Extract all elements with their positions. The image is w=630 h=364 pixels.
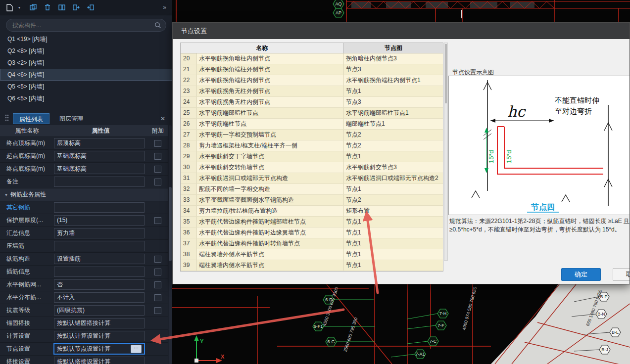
toolbar-separator — [24, 3, 24, 11]
header-name: 名称 — [181, 43, 344, 53]
component-list-item[interactable]: Q3 <2> [内墙] — [0, 57, 172, 69]
node-table: 名称 节点图 20水平钢筋拐角暗柱内侧节点拐角暗柱内侧节点3 21水平钢筋拐角端… — [180, 43, 443, 272]
component-list-item[interactable]: Q5 <5> [内墙] — [0, 81, 172, 92]
node-table-row[interactable]: 20水平钢筋拐角暗柱内侧节点拐角暗柱内侧节点3 — [181, 53, 443, 64]
node-table-row[interactable]: 34剪力墙拉筋/拉结植筋布置构造矩形布置 — [181, 206, 443, 217]
other-rebar-link[interactable]: 其它钢筋 — [0, 203, 54, 212]
property-row-node-settings: 节点设置按默认节点设置计算··· — [0, 343, 168, 356]
copy-to-floor-icon[interactable] — [71, 2, 82, 12]
caret-down-icon: ▾ — [5, 192, 7, 197]
copy-layer-icon[interactable] — [56, 2, 67, 12]
paste-to-floor-icon[interactable] — [85, 2, 96, 12]
node-table-header: 名称 节点图 — [181, 43, 443, 53]
checkbox[interactable] — [154, 256, 161, 263]
header-property-extra: 附加 — [147, 127, 168, 135]
left-panel: ▾ » Q1 <19> [内墙] Q2 <8> [内墙] Q3 <2> [内墙]… — [0, 0, 172, 364]
node-table-row[interactable]: 33水平变截面墙变截面侧水平钢筋构造节点2 — [181, 195, 443, 206]
property-value-input[interactable]: 剪力墙 — [54, 228, 145, 238]
cancel-button[interactable]: 取消 — [613, 268, 630, 281]
property-row: 插筋信息 — [0, 266, 168, 278]
property-row: 纵筋构造设置插筋 — [0, 253, 168, 266]
ok-button[interactable]: 确定 — [561, 268, 601, 281]
node-table-row[interactable]: 21水平钢筋拐角端柱外侧节点节点3 — [181, 64, 443, 75]
delete-icon[interactable] — [42, 2, 53, 12]
node-table-row[interactable]: 36水平筋代替边缘构件箍筋时边缘翼墙节点节点1 — [181, 228, 443, 238]
property-value-input[interactable] — [54, 241, 145, 251]
svg-text:6-F1: 6-F1 — [314, 324, 323, 329]
property-value-input[interactable] — [54, 177, 145, 187]
property-row: 计算设置按默认计算设置计算 — [0, 330, 168, 343]
node-table-row[interactable]: 31水平钢筋遇洞口或端部无节点构造水平钢筋遇洞口或端部无节点构造2 — [181, 173, 443, 184]
node-table-row[interactable]: 27水平钢筋一字相交预制墙节点节点2 — [181, 130, 443, 140]
property-value-input[interactable]: 基础底标高 — [54, 164, 145, 174]
property-row: 终点底标高(m)基础底标高 — [0, 163, 168, 176]
checkbox[interactable] — [154, 281, 161, 288]
search-input[interactable] — [6, 19, 166, 32]
node-table-row[interactable]: 25水平钢筋端部暗柱节点水平钢筋端部暗柱节点1 — [181, 108, 443, 119]
node-table-row[interactable]: 38端柱翼墙外侧水平筋节点节点1 — [181, 249, 443, 260]
property-value-input[interactable] — [54, 267, 145, 277]
checkbox[interactable] — [154, 307, 161, 314]
checkbox[interactable] — [154, 140, 161, 147]
checkbox[interactable] — [154, 269, 161, 275]
property-row: 汇总信息剪力墙 — [0, 227, 168, 240]
table-scrollbar[interactable] — [444, 43, 448, 261]
copy-icon[interactable] — [28, 2, 39, 12]
toolbar-more-button[interactable]: » — [163, 4, 168, 11]
node-table-row[interactable]: 24水平钢筋拐角无柱内侧节点节点3 — [181, 97, 443, 108]
property-row: 备注 — [0, 176, 168, 188]
component-list-item[interactable]: Q6 <5> [内墙] — [0, 92, 172, 104]
node-table-row[interactable]: 28剪力墙遇框架柱/框支柱/端柱平齐一侧节点2 — [181, 140, 443, 151]
property-row: 抗震等级(四级抗震) — [0, 304, 168, 317]
node-table-row[interactable]: 30水平钢筋斜交转角墙节点水平钢筋斜交节点3 — [181, 162, 443, 173]
close-icon[interactable]: ✕ — [160, 115, 167, 122]
property-value-input[interactable]: 设置插筋 — [54, 254, 145, 264]
property-row: 锚固搭接按默认锚固搭接计算 — [0, 317, 168, 330]
checkbox[interactable] — [154, 217, 161, 224]
scrollbar-thumb[interactable] — [445, 44, 447, 103]
property-row: 压墙筋 — [0, 240, 168, 253]
property-scrollbar[interactable] — [169, 125, 172, 364]
property-value-input[interactable]: 按默认锚固搭接计算 — [54, 318, 145, 328]
checkbox[interactable] — [154, 294, 161, 301]
node-table-row[interactable]: 29水平钢筋斜交丁字墙节点节点1 — [181, 151, 443, 162]
node-diagram: hc 不能直锚时伸 至对边弯折 15*d 15*d 节点四 — [449, 76, 630, 215]
property-value-input[interactable] — [54, 202, 145, 213]
svg-text:B-L: B-L — [612, 330, 619, 335]
node-table-row[interactable]: 37水平筋代替边缘构件箍筋时转角墙节点节点1 — [181, 238, 443, 249]
property-value-input[interactable]: 按默认计算设置计算 — [54, 331, 145, 341]
node-table-row[interactable]: 23水平钢筋拐角无柱外侧节点节点1 — [181, 86, 443, 97]
component-list-item[interactable]: Q1 <19> [内墙] — [0, 33, 172, 45]
property-value-input[interactable]: 层顶标高 — [54, 138, 145, 148]
svg-text:7-A1: 7-A1 — [415, 352, 425, 357]
property-value-input[interactable]: 否 — [54, 279, 145, 290]
component-list-item[interactable]: Q2 <8> [内墙] — [0, 45, 172, 57]
node-table-row[interactable]: 39端柱翼墙内侧水平筋节点节点1 — [181, 260, 443, 271]
svg-text:7-F: 7-F — [437, 323, 444, 328]
svg-text:6-G: 6-G — [327, 339, 335, 344]
property-value-input[interactable]: 不计入 — [54, 292, 145, 303]
dropdown-caret-icon[interactable]: ▾ — [18, 5, 20, 10]
property-value-input[interactable]: (15) — [54, 215, 145, 226]
ellipsis-button[interactable]: ··· — [131, 345, 142, 353]
new-component-icon[interactable] — [4, 2, 15, 12]
node-table-row[interactable]: 32配筋不同的墙一字相交构造节点1 — [181, 184, 443, 195]
node-table-row[interactable]: 26水平钢筋端柱节点端部端柱节点1 — [181, 119, 443, 130]
tab-layer-manage[interactable]: 图层管理 — [53, 113, 89, 124]
property-group-row[interactable]: ▾钢筋业务属性 — [0, 188, 168, 201]
rule-description: 规范算法：来源22G101-1第2-28页；纵筋直锚时，锚固长度 ≥LaE 且 … — [449, 217, 630, 234]
property-value-input[interactable]: 基础底标高 — [54, 151, 145, 161]
property-value-input[interactable]: (四级抗震) — [54, 305, 145, 316]
property-grid-header: 属性名称 属性值 附加 — [0, 125, 168, 137]
grip-icon[interactable] — [5, 114, 9, 123]
checkbox[interactable] — [154, 153, 161, 160]
component-list-item-selected[interactable]: Q4 <6> [内墙] — [0, 69, 172, 81]
scrollbar-thumb[interactable] — [169, 187, 172, 261]
node-table-row[interactable]: 35水平筋代替边缘构件箍筋时端部暗柱节点节点1 — [181, 217, 443, 228]
node-settings-field[interactable]: 按默认节点设置计算··· — [54, 344, 145, 354]
property-value-input[interactable]: 按默认搭接设置计算 — [54, 357, 145, 364]
tab-property-list[interactable]: 属性列表 — [13, 113, 49, 124]
checkbox[interactable] — [154, 166, 161, 173]
node-table-row[interactable]: 22水平钢筋拐角端柱内侧节点水平钢筋拐角端柱内侧节点1 — [181, 75, 443, 86]
checkbox[interactable] — [154, 179, 161, 185]
